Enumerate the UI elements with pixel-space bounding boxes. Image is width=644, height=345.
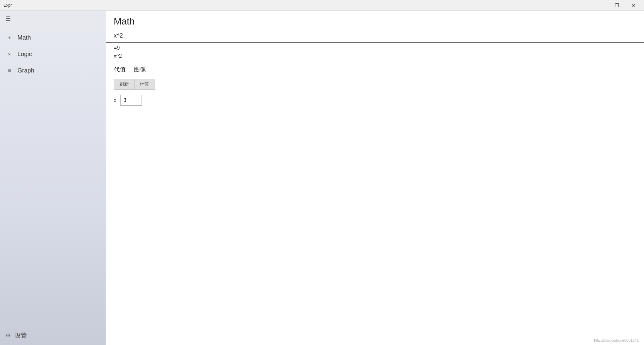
- settings-item[interactable]: ⚙ 设置: [0, 326, 106, 345]
- sidebar-item-graph[interactable]: ≡ Graph: [0, 62, 106, 79]
- variable-name: x: [114, 97, 116, 103]
- logic-label: Logic: [17, 51, 32, 58]
- minimize-button[interactable]: —: [592, 0, 608, 11]
- hamburger-icon[interactable]: ☰: [5, 15, 11, 22]
- result-area: =9 x^2: [106, 43, 644, 61]
- sidebar-header: ☰: [0, 11, 106, 27]
- page-title: Math: [114, 16, 636, 27]
- window-controls: — ❐ ✕: [592, 0, 641, 11]
- variable-input[interactable]: [120, 95, 142, 106]
- settings-label: 设置: [15, 332, 27, 340]
- sidebar: ☰ + Math × Logic ≡ Graph ⚙ 设置: [0, 11, 106, 345]
- app-body: ☰ + Math × Logic ≡ Graph ⚙ 设置 Math: [0, 11, 644, 345]
- sidebar-item-math[interactable]: + Math: [0, 30, 106, 46]
- app-title: iExpr: [3, 3, 12, 8]
- settings-icon: ⚙: [5, 332, 11, 339]
- result-equal: =9: [114, 44, 636, 52]
- refresh-button[interactable]: 刷新: [114, 79, 134, 90]
- graph-icon: ≡: [5, 68, 13, 74]
- logic-icon: ×: [5, 51, 13, 57]
- expression-bar: [106, 30, 644, 43]
- watermark: http://blog.csdn.net/001241: [594, 338, 639, 342]
- action-row: 刷新 计算: [106, 78, 644, 91]
- content-header: Math: [106, 11, 644, 30]
- result-expr: x^2: [114, 52, 636, 60]
- calculate-button[interactable]: 计算: [134, 79, 155, 90]
- graph-label: Graph: [17, 67, 34, 74]
- content-area: Math =9 x^2 代值 图像 刷新 计算 x: [106, 11, 644, 345]
- expression-input[interactable]: [114, 32, 636, 39]
- tabs-row: 代值 图像: [106, 61, 644, 78]
- sidebar-item-logic[interactable]: × Logic: [0, 46, 106, 62]
- math-icon: +: [5, 35, 13, 41]
- sidebar-nav: + Math × Logic ≡ Graph: [0, 27, 106, 326]
- math-label: Math: [17, 34, 31, 41]
- tab-substitute[interactable]: 代值: [114, 64, 126, 75]
- close-button[interactable]: ✕: [626, 0, 641, 11]
- maximize-button[interactable]: ❐: [609, 0, 625, 11]
- titlebar: iExpr — ❐ ✕: [0, 0, 644, 11]
- tab-image[interactable]: 图像: [134, 64, 146, 75]
- variable-row: x: [106, 91, 644, 110]
